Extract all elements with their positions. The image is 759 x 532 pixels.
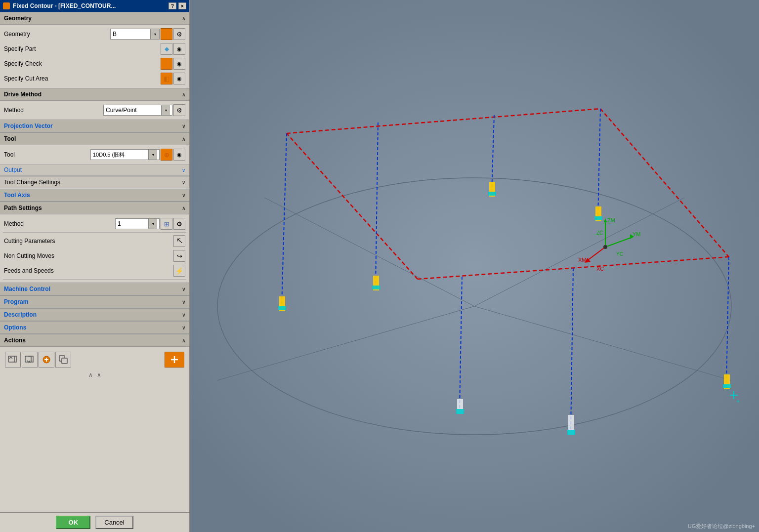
path-method-controls: ▾ ⊞: [115, 218, 185, 230]
geometry-gear-btn[interactable]: [173, 28, 185, 40]
tool-label: Tool: [4, 135, 16, 142]
tool-change-chevron: ∨: [182, 180, 185, 185]
geometry-section-body: Geometry ▾ Specify Part: [0, 25, 189, 88]
action-btn-special[interactable]: [165, 352, 184, 368]
cancel-button[interactable]: Cancel: [95, 516, 133, 529]
drive-method-section-body: Method ▾: [0, 101, 189, 120]
help-button[interactable]: ?: [169, 2, 176, 9]
geometry-dropdown-arrow[interactable]: ▾: [150, 29, 159, 39]
action-btn-3[interactable]: [39, 352, 54, 368]
drive-method-section-header[interactable]: Drive Method: [0, 88, 189, 101]
tool-section-header[interactable]: Tool: [0, 132, 189, 145]
title-bar: Fixed Contour - [FIXED_CONTOUR... ? ×: [0, 0, 189, 12]
drive-method-gear-btn[interactable]: [173, 104, 185, 116]
sep1: [3, 232, 186, 233]
path-settings-section-header[interactable]: Path Settings: [0, 202, 189, 214]
up-arrow-1[interactable]: ∧: [88, 371, 93, 378]
drive-method-dropdown-arrow[interactable]: ▾: [161, 105, 170, 115]
options-section-header[interactable]: Options: [0, 321, 189, 334]
tool-view-btn[interactable]: ◉: [173, 149, 185, 161]
feeds-and-speeds-label: Feeds and Speeds: [4, 267, 171, 274]
machine-control-section-header[interactable]: Machine Control: [0, 283, 189, 295]
path-method-row: Method ▾ ⊞: [3, 216, 186, 231]
action-btn-2[interactable]: [22, 352, 38, 368]
geometry-section-header[interactable]: Geometry: [0, 12, 189, 25]
tool-dropdown-arrow[interactable]: ▾: [148, 150, 157, 160]
svg-rect-31: [594, 216, 602, 220]
eye-icon-check: [177, 60, 182, 67]
feeds-and-speeds-btn[interactable]: ⚡: [173, 265, 185, 277]
specify-check-eye-btn[interactable]: [173, 58, 185, 70]
panel-content: Geometry Geometry ▾ Specify Part: [0, 12, 189, 512]
tool-combo[interactable]: ▾: [90, 149, 160, 160]
specify-cut-area-shape-btn[interactable]: ◧: [161, 73, 172, 84]
eye-icon-cut-area: [177, 75, 182, 82]
specify-check-shape-btn[interactable]: ◈: [161, 58, 172, 70]
output-sub-header[interactable]: Output ∨: [0, 164, 189, 176]
action-btn-group: [5, 352, 71, 368]
specify-part-shape-btn[interactable]: [161, 43, 172, 55]
tool-add-btn[interactable]: ⊕: [161, 149, 172, 161]
ok-button[interactable]: OK: [56, 516, 90, 529]
path-method-input[interactable]: [116, 219, 148, 229]
geometry-label: Geometry: [4, 15, 32, 22]
geometry-combo[interactable]: ▾: [110, 29, 160, 40]
drive-method-row-label: Method: [4, 107, 101, 114]
specify-check-row: Specify Check ◈: [3, 56, 186, 71]
sep2: [3, 279, 186, 280]
svg-rect-22: [278, 306, 286, 310]
ok-cancel-row: OK Cancel: [0, 512, 189, 532]
non-cutting-icon: ↪: [177, 252, 182, 260]
tool-chevron: [182, 136, 185, 142]
svg-rect-28: [488, 192, 496, 196]
output-chevron: ∨: [182, 167, 185, 173]
non-cutting-moves-btn[interactable]: ↪: [173, 250, 185, 262]
drive-method-label: Drive Method: [4, 91, 42, 98]
tool-axis-chevron: [182, 193, 185, 198]
actions-section-header[interactable]: Actions: [0, 334, 189, 347]
specify-part-label: Specify Part: [4, 45, 159, 52]
gear-icon-drive: [176, 107, 182, 114]
tool-input[interactable]: [91, 150, 148, 160]
geometry-row-label: Geometry: [4, 31, 108, 38]
cutting-parameters-btn[interactable]: ⛏: [173, 235, 185, 247]
tool-row: Tool ▾ ⊕ ◉: [3, 147, 186, 162]
program-label: Program: [4, 298, 28, 305]
up-arrow-2[interactable]: ∧: [97, 371, 101, 378]
tool-change-settings-label: Tool Change Settings: [4, 179, 60, 186]
svg-rect-40: [456, 409, 464, 414]
path-settings-label: Path Settings: [4, 205, 42, 211]
path-method-combo[interactable]: ▾: [115, 218, 160, 229]
program-chevron: [182, 299, 185, 305]
action-btn-1[interactable]: [5, 352, 21, 368]
cutting-parameters-row: Cutting Parameters ⛏: [3, 234, 186, 248]
specify-part-eye-btn[interactable]: [173, 43, 185, 55]
drive-method-row: Method ▾: [3, 103, 186, 118]
gear-icon-path: [176, 220, 182, 228]
geometry-add-btn[interactable]: [161, 28, 172, 40]
specify-cut-area-eye-btn[interactable]: [173, 73, 185, 84]
projection-vector-section-header[interactable]: Projection Vector: [0, 120, 189, 132]
geometry-input[interactable]: [111, 29, 150, 39]
tool-axis-section-header[interactable]: Tool Axis: [0, 189, 189, 202]
specify-part-row: Specify Part: [3, 41, 186, 56]
tool-row-label: Tool: [4, 151, 88, 158]
specify-part-controls: [161, 43, 185, 55]
close-button[interactable]: ×: [178, 2, 186, 9]
program-section-header[interactable]: Program: [0, 295, 189, 308]
dialog-title: Fixed Contour - [FIXED_CONTOUR...: [13, 2, 116, 9]
feeds-icon: ⚡: [175, 267, 183, 275]
actions-label: Actions: [4, 337, 26, 344]
drive-method-combo[interactable]: ▾: [103, 105, 172, 116]
tool-change-settings-sub-header[interactable]: Tool Change Settings ∨: [0, 176, 189, 188]
path-settings-section-body: Method ▾ ⊞ Cutting Parameters ⛏: [0, 214, 189, 283]
drive-method-input[interactable]: [104, 105, 161, 115]
description-section-header[interactable]: Description: [0, 308, 189, 321]
path-method-dropdown-arrow[interactable]: ▾: [148, 219, 157, 229]
geometry-chevron: [182, 16, 185, 21]
path-method-add-btn[interactable]: ⊞: [161, 218, 172, 230]
action-btn-4[interactable]: [55, 352, 71, 368]
svg-text:+: +: [737, 399, 740, 404]
path-method-gear-btn[interactable]: [173, 218, 185, 230]
cutting-icon: ⛏: [176, 238, 182, 245]
